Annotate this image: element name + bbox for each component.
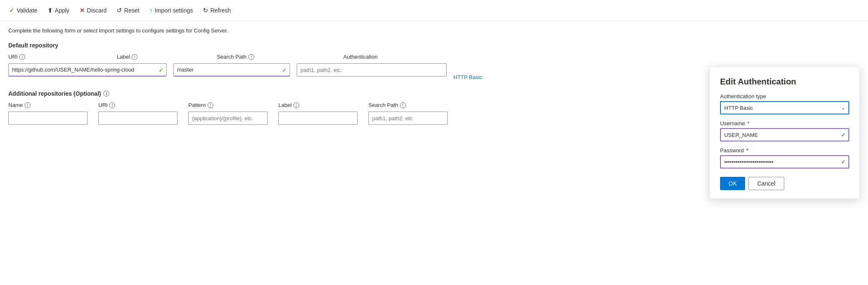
add-pattern-col	[188, 112, 272, 125]
add-pattern-input[interactable]	[188, 112, 268, 125]
auth-type-label: Authentication type	[720, 93, 849, 99]
uri-label: URI i	[8, 54, 25, 60]
add-uri-col	[98, 112, 182, 125]
label-check-icon: ✓	[282, 67, 287, 73]
uri-input[interactable]	[8, 63, 167, 77]
search-path-input[interactable]	[297, 63, 447, 77]
username-required-star: *	[748, 120, 750, 126]
label-input-wrapper: ✓	[173, 63, 290, 77]
uri-check-icon: ✓	[159, 67, 163, 73]
reset-button[interactable]: ↺ Reset	[113, 4, 144, 17]
add-label-label: Label i	[278, 102, 362, 108]
default-repo-header-row: URI i Label i Search Path i Authenticati…	[8, 54, 860, 60]
search-path-input-wrapper	[297, 63, 447, 77]
add-label-input[interactable]	[278, 112, 358, 125]
auth-type-select[interactable]: None HTTP Basic SSH	[720, 101, 849, 114]
auth-field-group-header: Authentication	[343, 54, 378, 60]
add-label-info-icon[interactable]: i	[293, 102, 299, 108]
search-path-label: Search Path i	[217, 54, 254, 60]
auth-type-select-wrapper: None HTTP Basic SSH ⌄	[720, 101, 849, 114]
add-name-label: Name i	[8, 102, 92, 108]
apply-icon: ⬆	[48, 7, 53, 14]
refresh-button[interactable]: ↻ Refresh	[199, 4, 235, 17]
add-uri-info-icon[interactable]: i	[109, 102, 115, 108]
refresh-icon: ↻	[203, 7, 208, 14]
uri-input-wrapper: ✓	[8, 63, 167, 77]
validate-label: Validate	[17, 7, 38, 14]
reset-label: Reset	[124, 7, 140, 14]
page-description: Complete the following form or select Im…	[8, 27, 860, 34]
reset-icon: ↺	[117, 7, 122, 14]
import-icon: ↑	[150, 7, 153, 14]
import-label: Import settings	[155, 7, 193, 14]
discard-button[interactable]: ✕ Discard	[75, 4, 111, 17]
uri-info-icon[interactable]: i	[19, 54, 25, 60]
auth-label: Authentication	[343, 54, 378, 60]
default-repo-title: Default repository	[8, 42, 860, 49]
additional-repos-info-icon[interactable]: i	[103, 91, 109, 97]
add-uri-input[interactable]	[98, 112, 178, 125]
username-field-label: Username *	[720, 120, 849, 126]
search-path-field-group-header: Search Path i	[217, 54, 254, 60]
username-input-wrapper: ✓	[720, 128, 849, 135]
add-name-col	[8, 112, 92, 125]
auth-http-basic-link[interactable]: HTTP Basic	[453, 74, 482, 80]
uri-field-group: URI i	[8, 54, 25, 60]
apply-label: Apply	[55, 7, 70, 14]
search-path-info-icon[interactable]: i	[248, 54, 254, 60]
username-check-icon: ✓	[841, 131, 846, 135]
username-input[interactable]	[720, 128, 849, 135]
add-label-col	[278, 112, 362, 125]
label-input[interactable]	[173, 63, 290, 77]
add-uri-label: URI i	[98, 102, 182, 108]
add-name-input[interactable]	[8, 112, 88, 125]
add-name-info-icon[interactable]: i	[25, 102, 30, 108]
add-pattern-label: Pattern i	[188, 102, 272, 108]
validate-icon: ✓	[9, 7, 15, 14]
add-search-path-input[interactable]	[368, 112, 448, 125]
validate-button[interactable]: ✓ Validate	[5, 4, 42, 17]
discard-icon: ✕	[80, 7, 85, 14]
label-field-group-header: Label i	[117, 54, 138, 60]
discard-label: Discard	[87, 7, 107, 14]
refresh-label: Refresh	[210, 7, 231, 14]
add-search-path-col	[368, 112, 452, 125]
label-info-icon[interactable]: i	[132, 54, 138, 60]
add-search-path-info-icon[interactable]: i	[400, 102, 406, 108]
import-settings-button[interactable]: ↑ Import settings	[145, 4, 197, 16]
edit-auth-panel: Edit Authentication Authentication type …	[710, 67, 860, 135]
label-label: Label i	[117, 54, 138, 60]
add-search-path-label: Search Path i	[368, 102, 452, 108]
apply-button[interactable]: ⬆ Apply	[43, 4, 74, 17]
add-pattern-info-icon[interactable]: i	[208, 102, 213, 108]
edit-auth-title: Edit Authentication	[720, 77, 849, 87]
auth-col: HTTP Basic	[453, 63, 503, 80]
toolbar: ✓ Validate ⬆ Apply ✕ Discard ↺ Reset ↑ I…	[0, 0, 868, 21]
